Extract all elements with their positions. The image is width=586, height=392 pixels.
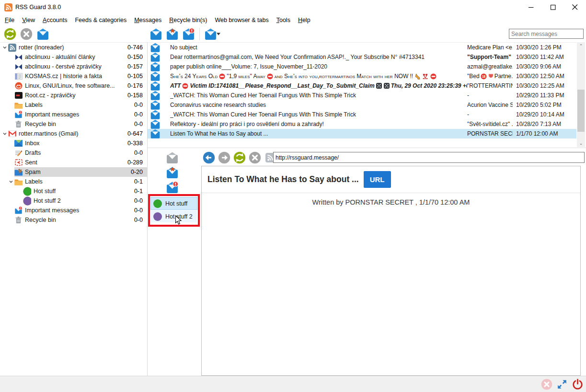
back-button[interactable] <box>202 151 216 164</box>
feed-row[interactable]: abclinuxu - čerstvé zprávičky 0-157 <box>0 62 147 71</box>
feed-label: Hot stuff 2 <box>34 197 61 204</box>
feed-label: KOSMAS.cz | historie a fakta <box>25 73 102 80</box>
menu-web-browser-tabs[interactable]: Web browser & tabs <box>211 15 272 25</box>
label-menu-item[interactable]: Hot stuff 2 <box>151 210 197 222</box>
message-subject: Reflektory - ideální pro práci i pro osv… <box>170 121 467 127</box>
message-date: 10/30/20 9:06 AM <box>513 63 561 70</box>
forward-button[interactable] <box>218 151 231 164</box>
feed-row[interactable]: Inbox 0-338 <box>0 138 147 148</box>
mark-feed-read-button[interactable] <box>35 27 50 41</box>
feed-row[interactable]: Root.cz - zprávičky 0-158 <box>0 91 147 100</box>
feed-row[interactable]: Important messages 0-0 <box>0 110 147 119</box>
dropdown-caret-icon[interactable] <box>216 27 221 41</box>
message-row[interactable]: She's 24 Years Old "1,9 miles" Away and … <box>148 71 576 81</box>
feed-row[interactable]: Recycle bin 0-0 <box>0 119 147 129</box>
message-row[interactable]: Coronavirus vaccine research studies Acu… <box>148 100 576 110</box>
feed-count: 0-105 <box>127 73 147 80</box>
feed-label: Hot stuff <box>34 188 56 195</box>
labels-popup-annotated: Hot stuff Hot stuff 2 <box>148 194 200 227</box>
envelope-open-icon <box>150 128 161 140</box>
svg-text:18: 18 <box>482 75 486 78</box>
fullscreen-button[interactable] <box>556 379 568 390</box>
menu-view[interactable]: View <box>18 15 39 25</box>
emoji-icon <box>267 73 273 80</box>
feed-row[interactable]: Hot stuff 0-1 <box>0 186 147 196</box>
reload-button[interactable] <box>233 151 246 164</box>
menu-accounts[interactable]: Accounts <box>39 15 71 25</box>
message-row[interactable]: _WATCH: This Woman Cured Her Toenail Fun… <box>148 91 576 100</box>
mark-message-read-button[interactable] <box>149 27 163 41</box>
scrollbar-thumb[interactable] <box>577 90 585 132</box>
message-row[interactable]: Dear rottermartinos@gmail.com, We Need Y… <box>148 52 576 62</box>
emoji-icon <box>422 73 428 80</box>
scroll-up-icon[interactable]: ⌃ <box>577 42 585 50</box>
feed-count: 0-20 <box>131 169 147 175</box>
article-url-button[interactable]: URL <box>364 171 391 188</box>
expander-chevron-icon[interactable] <box>1 45 8 50</box>
message-list: No subject Medicare Plan <e... 10/30/20 … <box>148 42 576 148</box>
stop-update-button[interactable] <box>19 27 34 41</box>
feed-count: 0-0 <box>134 217 147 223</box>
message-row[interactable]: Listen To What he Has to Say about ... P… <box>148 129 576 138</box>
message-list-scrollbar[interactable]: ⌃ ⌄ <box>577 42 585 147</box>
feed-row[interactable]: rotter (Inoreader) 0-746 <box>0 43 147 52</box>
feed-row[interactable]: Hot stuff 2 0-0 <box>0 196 147 206</box>
mark-important-button[interactable] <box>165 27 179 41</box>
mark-unread-button[interactable] <box>181 27 195 41</box>
trash-icon <box>14 216 23 224</box>
minimize-button[interactable] <box>520 0 542 14</box>
message-row[interactable]: No subject Medicare Plan <e... 10/30/20 … <box>148 43 576 52</box>
important-icon <box>14 111 23 119</box>
toggle-important-button[interactable] <box>165 166 179 179</box>
label-menu-item[interactable]: Hot stuff <box>151 197 197 209</box>
menu-tools[interactable]: Tools <box>273 15 294 25</box>
feed-row[interactable]: Drafts 0-0 <box>0 148 147 158</box>
emoji-icon <box>376 83 382 89</box>
feed-row[interactable]: Sent 0-289 <box>0 158 147 167</box>
scroll-down-icon[interactable]: ⌄ <box>577 139 585 147</box>
folder-icon <box>14 178 23 186</box>
message-subject: _WATCH: This Woman Cured Her Toenail Fun… <box>170 92 467 99</box>
expander-chevron-icon[interactable] <box>1 131 8 136</box>
feed-row[interactable]: KOSMAS.cz | historie a fakta 0-105 <box>0 71 147 81</box>
feed-row[interactable]: rotter.martinos (Gmail) 0-647 <box>0 129 147 138</box>
feed-row[interactable]: Recycle bin 0-0 <box>0 215 147 225</box>
message-date: 10/30/20 12:50 AM <box>513 73 564 80</box>
message-sender: - <box>467 111 513 118</box>
menu-messages[interactable]: Messages <box>130 15 165 25</box>
stop-button[interactable] <box>248 151 262 164</box>
maximize-button[interactable] <box>542 0 564 14</box>
quit-button[interactable] <box>572 379 583 390</box>
feed-row[interactable]: Labels 0-1 <box>0 177 147 186</box>
feed-row[interactable]: abclinuxu - aktuální články 0-150 <box>0 52 147 62</box>
feed-row[interactable]: Spam 0-20 <box>0 167 147 177</box>
spam-icon <box>14 168 23 176</box>
feed-label: abclinuxu - čerstvé zprávičky <box>25 63 102 70</box>
drafts-icon <box>14 149 23 157</box>
search-input[interactable] <box>509 29 584 39</box>
close-button[interactable] <box>564 0 586 14</box>
menu-help[interactable]: Help <box>294 15 314 25</box>
label-name: Hot stuff <box>165 200 187 207</box>
toggle-read-button[interactable] <box>165 151 179 164</box>
update-feeds-button[interactable] <box>3 27 17 41</box>
label-color-icon <box>23 197 31 205</box>
emoji-icon <box>414 73 420 80</box>
feed-row[interactable]: Important messages 0-0 <box>0 206 147 215</box>
feed-row[interactable]: Linux, GNU/Linux, free software... 0-176 <box>0 81 147 91</box>
main-toolbar <box>0 26 586 42</box>
app-rss-icon <box>4 3 12 12</box>
feed-label: Labels <box>25 102 43 108</box>
message-row[interactable]: Reflektory - ideální pro práci i pro osv… <box>148 119 576 129</box>
url-input[interactable] <box>273 152 585 163</box>
menu-file[interactable]: File <box>1 15 18 25</box>
toggle-unread-button[interactable] <box>165 181 179 194</box>
menu-recycle-bin-s-[interactable]: Recycle bin(s) <box>165 15 211 25</box>
message-row[interactable]: _WATCH: This Woman Cured Her Toenail Fun… <box>148 110 576 119</box>
message-subject: _WATCH: This Woman Cured Her Toenail Fun… <box>170 111 467 118</box>
feed-row[interactable]: Labels 0-0 <box>0 100 147 110</box>
message-row[interactable]: paper publish online___Volume: 7, Issue_… <box>148 62 576 71</box>
expander-chevron-icon[interactable] <box>8 179 14 184</box>
message-row[interactable]: ATT Victim ID:1741081__Please_Respond__L… <box>148 81 576 91</box>
menu-feeds-categories[interactable]: Feeds & categories <box>71 15 130 25</box>
